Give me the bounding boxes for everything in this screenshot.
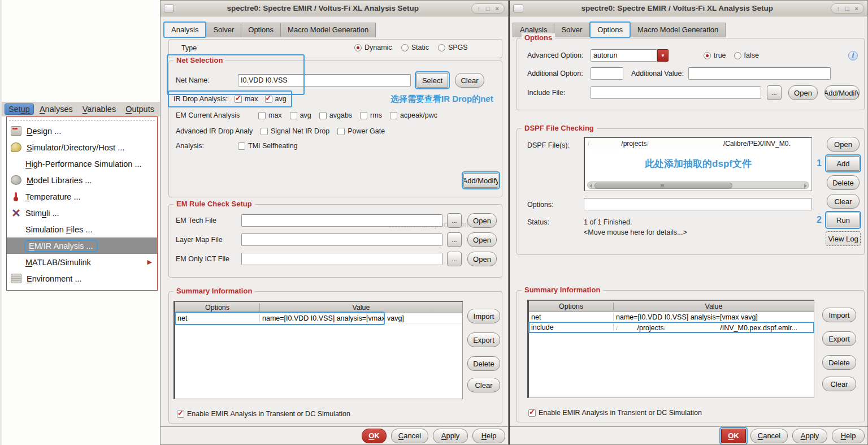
include-file-browse-button[interactable]: ...	[767, 85, 782, 100]
shade-icon[interactable]: ↑	[836, 5, 840, 12]
dspf-options-input[interactable]	[584, 198, 812, 210]
close-icon[interactable]: ×	[496, 5, 499, 12]
menu-item-model-libraries[interactable]: Model Libraries ...	[7, 172, 157, 188]
radio-false[interactable]: false	[734, 51, 759, 59]
layer-map-file-browse-button[interactable]: ...	[447, 232, 462, 247]
em-only-ict-file-browse-button[interactable]: ...	[447, 252, 462, 266]
dspf-add-button[interactable]: Add	[827, 156, 860, 171]
apply-button[interactable]: Apply	[433, 429, 468, 443]
select-button[interactable]: Select	[416, 73, 448, 88]
dspf-run-button[interactable]: Run	[827, 213, 860, 227]
additional-value-input[interactable]	[688, 67, 831, 80]
checkbox-enable-emir[interactable]: ✓Enable EMIR Analysis in Transient or DC…	[528, 409, 702, 417]
menu-setup[interactable]: Setup	[5, 103, 34, 115]
menu-item-em-ir-analysis[interactable]: EM/IR Analysis ...	[7, 237, 157, 254]
tab-solver[interactable]: Solver	[206, 23, 241, 37]
window-icon[interactable]	[164, 5, 174, 12]
menu-item-stimuli[interactable]: Stimuli ...	[7, 205, 157, 221]
info-icon[interactable]: i	[848, 51, 858, 61]
menu-analyses[interactable]: Analyses	[36, 103, 77, 115]
advanced-option-value[interactable]	[591, 49, 657, 62]
menu-item-simulator-directory-host[interactable]: Simulator/Directory/Host ...	[7, 139, 157, 155]
clear-button[interactable]: Clear	[822, 377, 856, 391]
table-row-include[interactable]: include //projects//INV_M0.pex.dspf.emir…	[529, 322, 814, 332]
additional-option-input[interactable]	[591, 67, 623, 80]
checkbox-enable-emir[interactable]: ✓Enable EMIR Analysis in Transient or DC…	[177, 410, 350, 418]
table-row-net[interactable]: net name=[I0.VDD I0.VSS] analysis=[vmax …	[175, 313, 462, 323]
clear-button[interactable]: Clear	[467, 378, 500, 392]
delete-button[interactable]: Delete	[467, 356, 500, 371]
menu-variables[interactable]: Variables	[79, 103, 120, 115]
dspf-delete-button[interactable]: Delete	[827, 175, 860, 190]
checkbox-ir-max[interactable]: ✓max	[235, 95, 258, 103]
checkbox-ir-avg[interactable]: ✓avg	[265, 95, 287, 103]
export-button[interactable]: Export	[822, 331, 856, 346]
import-button[interactable]: Import	[467, 309, 500, 323]
horizontal-scrollbar[interactable]	[587, 182, 809, 189]
dropdown-button[interactable]: ▼	[657, 49, 669, 62]
checkbox-em-avg[interactable]: avg	[290, 111, 311, 119]
tab-macro-model-generation[interactable]: Macro Model Generation	[630, 23, 726, 37]
scroll-right-icon[interactable]	[804, 184, 807, 188]
summary-table[interactable]: Options Value net name=[I0.VDD I0.VSS] a…	[527, 300, 814, 398]
title-bar[interactable]: spectre0: Spectre EMIR / Voltus-Fi XL An…	[510, 1, 867, 16]
help-button[interactable]: Help	[472, 429, 505, 443]
cancel-button[interactable]: Cancel	[750, 429, 788, 443]
menu-item-high-performance-simulation[interactable]: High-Performance Simulation ...	[7, 155, 157, 172]
dspf-clear-button[interactable]: Clear	[827, 194, 860, 209]
radio-spgs[interactable]: SPGS	[438, 44, 468, 51]
tab-solver[interactable]: Solver	[554, 23, 589, 37]
scrollbar-thumb[interactable]	[594, 183, 732, 189]
dspf-file-list[interactable]: //projects//Calibre/PEX/INV_M0. 此处添加抽取的d…	[584, 137, 812, 191]
clear-button[interactable]: Clear	[455, 73, 484, 88]
menu-item-simulation-files[interactable]: Simulation Files ...	[7, 221, 157, 237]
radio-dynamic[interactable]: Dynamic	[354, 44, 392, 51]
checkbox-em-avgabs[interactable]: avgabs	[319, 111, 352, 119]
ok-button[interactable]: OK	[721, 429, 746, 443]
tab-analysis[interactable]: Analysis	[163, 21, 206, 38]
apply-button[interactable]: Apply	[792, 429, 827, 443]
radio-true[interactable]: true	[704, 51, 726, 59]
em-only-ict-file-open-button[interactable]: Open	[467, 252, 497, 266]
maximize-icon[interactable]: □	[486, 5, 490, 12]
import-button[interactable]: Import	[822, 308, 856, 322]
cancel-button[interactable]: Cancel	[391, 429, 428, 443]
advanced-option-dropdown[interactable]: ▼	[591, 49, 669, 62]
checkbox-em-rms[interactable]: rms	[360, 111, 382, 119]
checkbox-em-acpeak[interactable]: acpeak/pwc	[390, 111, 437, 119]
checkbox-em-max[interactable]: max	[258, 111, 282, 119]
tab-options[interactable]: Options	[241, 23, 280, 37]
export-button[interactable]: Export	[467, 332, 500, 347]
menu-item-environment[interactable]: Environment ...	[7, 270, 157, 287]
em-only-ict-file-input[interactable]	[241, 253, 442, 265]
add-modify-button[interactable]: Add/Modify	[463, 173, 498, 188]
layer-map-file-input[interactable]	[241, 234, 442, 246]
summary-table[interactable]: Options Value net name=[I0.VDD I0.VSS] a…	[173, 301, 463, 399]
net-name-input[interactable]	[238, 74, 411, 87]
shade-icon[interactable]: ↑	[477, 5, 480, 12]
delete-button[interactable]: Delete	[822, 355, 856, 370]
radio-static[interactable]: Static	[401, 44, 429, 51]
dspf-open-button[interactable]: Open	[827, 137, 860, 152]
tab-options[interactable]: Options	[589, 21, 631, 38]
status-details-text[interactable]: <Move mouse here for details...>	[584, 228, 687, 236]
help-button[interactable]: Help	[832, 429, 865, 443]
view-log-button[interactable]: View Log	[826, 231, 861, 246]
include-file-open-button[interactable]: Open	[788, 85, 818, 100]
checkbox-power-gate[interactable]: Power Gate	[337, 127, 385, 135]
checkbox-tmi-selfheating[interactable]: TMI Selfheating	[238, 142, 298, 150]
window-icon[interactable]	[513, 5, 523, 12]
menu-item-matlab-simulink[interactable]: MATLAB/Simulink ▶	[7, 254, 157, 270]
layer-map-file-open-button[interactable]: Open	[467, 232, 497, 247]
menu-item-temperature[interactable]: Temperature ...	[7, 188, 157, 205]
scroll-left-icon[interactable]	[589, 184, 592, 188]
add-modify-button[interactable]: Add/Modify	[824, 85, 860, 100]
menu-item-design[interactable]: Design ...	[7, 123, 157, 139]
em-tech-file-open-button[interactable]: Open	[467, 213, 497, 228]
menu-outputs[interactable]: Outputs	[121, 103, 158, 115]
tab-macro-model-generation[interactable]: Macro Model Generation	[280, 23, 376, 37]
close-icon[interactable]: ×	[855, 5, 858, 12]
checkbox-signal-net-ir-drop[interactable]: Signal Net IR Drop	[261, 127, 329, 135]
em-tech-file-browse-button[interactable]: ...	[447, 213, 462, 228]
em-tech-file-input[interactable]	[241, 214, 442, 227]
